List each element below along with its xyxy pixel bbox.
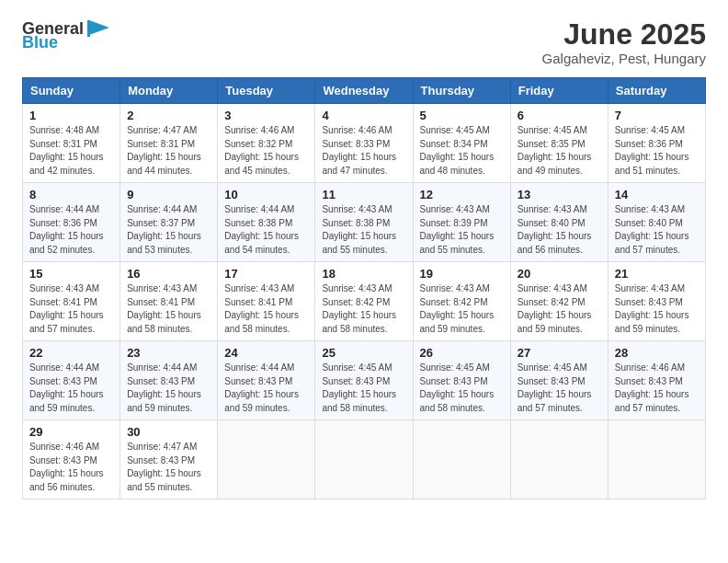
day-number: 15 xyxy=(29,267,113,281)
day-info: Sunrise: 4:46 AM Sunset: 8:33 PM Dayligh… xyxy=(322,124,405,178)
day-info: Sunrise: 4:45 AM Sunset: 8:43 PM Dayligh… xyxy=(518,362,601,415)
day-number: 21 xyxy=(615,267,699,281)
day-number: 22 xyxy=(29,346,113,360)
day-info: Sunrise: 4:44 AM Sunset: 8:38 PM Dayligh… xyxy=(224,203,308,257)
day-number: 14 xyxy=(615,188,699,201)
day-number: 18 xyxy=(322,267,405,281)
day-number: 17 xyxy=(224,267,308,281)
calendar-cell: 30Sunrise: 4:47 AM Sunset: 8:43 PM Dayli… xyxy=(120,420,218,500)
calendar-week-row: 22Sunrise: 4:44 AM Sunset: 8:43 PM Dayli… xyxy=(23,341,706,420)
calendar-header-row: SundayMondayTuesdayWednesdayThursdayFrid… xyxy=(23,78,706,104)
day-number: 11 xyxy=(322,188,405,201)
day-number: 25 xyxy=(322,346,405,360)
day-info: Sunrise: 4:44 AM Sunset: 8:43 PM Dayligh… xyxy=(127,362,210,415)
day-info: Sunrise: 4:47 AM Sunset: 8:31 PM Dayligh… xyxy=(127,124,210,178)
calendar-cell: 29Sunrise: 4:46 AM Sunset: 8:43 PM Dayli… xyxy=(23,420,120,500)
title-area: June 2025 Galgaheviz, Pest, Hungary xyxy=(542,18,706,66)
logo-flag-icon xyxy=(85,18,111,39)
day-number: 7 xyxy=(615,109,699,122)
header-wednesday: Wednesday xyxy=(315,78,413,104)
day-info: Sunrise: 4:43 AM Sunset: 8:41 PM Dayligh… xyxy=(29,282,113,336)
day-info: Sunrise: 4:45 AM Sunset: 8:43 PM Dayligh… xyxy=(420,362,504,415)
day-number: 8 xyxy=(29,188,113,201)
header-sunday: Sunday xyxy=(23,78,120,104)
day-number: 23 xyxy=(127,346,210,360)
calendar-cell: 8Sunrise: 4:44 AM Sunset: 8:36 PM Daylig… xyxy=(23,183,120,262)
calendar-cell xyxy=(315,420,413,500)
header-friday: Friday xyxy=(510,78,608,104)
calendar-cell: 22Sunrise: 4:44 AM Sunset: 8:43 PM Dayli… xyxy=(23,341,120,420)
calendar-cell: 28Sunrise: 4:46 AM Sunset: 8:43 PM Dayli… xyxy=(608,341,705,420)
day-number: 29 xyxy=(29,425,113,439)
location-title: Galgaheviz, Pest, Hungary xyxy=(542,51,706,66)
header-saturday: Saturday xyxy=(608,78,705,104)
day-info: Sunrise: 4:44 AM Sunset: 8:43 PM Dayligh… xyxy=(224,362,308,415)
day-info: Sunrise: 4:46 AM Sunset: 8:43 PM Dayligh… xyxy=(615,362,699,415)
calendar-week-row: 29Sunrise: 4:46 AM Sunset: 8:43 PM Dayli… xyxy=(23,420,706,500)
calendar-cell: 2Sunrise: 4:47 AM Sunset: 8:31 PM Daylig… xyxy=(120,104,218,183)
calendar-week-row: 15Sunrise: 4:43 AM Sunset: 8:41 PM Dayli… xyxy=(23,262,706,341)
logo-blue: Blue xyxy=(22,33,58,52)
day-info: Sunrise: 4:43 AM Sunset: 8:38 PM Dayligh… xyxy=(322,203,405,257)
day-info: Sunrise: 4:44 AM Sunset: 8:37 PM Dayligh… xyxy=(127,203,210,257)
day-number: 5 xyxy=(420,109,504,122)
header-tuesday: Tuesday xyxy=(218,78,315,104)
calendar-cell xyxy=(413,420,510,500)
day-info: Sunrise: 4:43 AM Sunset: 8:43 PM Dayligh… xyxy=(615,282,699,336)
day-number: 28 xyxy=(615,346,699,360)
day-number: 1 xyxy=(29,109,113,122)
day-info: Sunrise: 4:44 AM Sunset: 8:36 PM Dayligh… xyxy=(29,203,113,257)
calendar-week-row: 1Sunrise: 4:48 AM Sunset: 8:31 PM Daylig… xyxy=(23,104,706,183)
header-monday: Monday xyxy=(120,78,218,104)
day-info: Sunrise: 4:47 AM Sunset: 8:43 PM Dayligh… xyxy=(127,441,210,494)
day-number: 2 xyxy=(127,109,210,122)
calendar-cell xyxy=(218,420,315,500)
day-number: 27 xyxy=(518,346,601,360)
day-number: 13 xyxy=(518,188,601,201)
day-number: 30 xyxy=(127,425,210,439)
calendar-cell: 10Sunrise: 4:44 AM Sunset: 8:38 PM Dayli… xyxy=(218,183,315,262)
day-number: 24 xyxy=(224,346,308,360)
calendar-cell: 12Sunrise: 4:43 AM Sunset: 8:39 PM Dayli… xyxy=(413,183,510,262)
day-info: Sunrise: 4:43 AM Sunset: 8:40 PM Dayligh… xyxy=(518,203,601,257)
day-info: Sunrise: 4:44 AM Sunset: 8:43 PM Dayligh… xyxy=(29,362,113,415)
day-info: Sunrise: 4:46 AM Sunset: 8:32 PM Dayligh… xyxy=(224,124,308,178)
calendar-cell: 3Sunrise: 4:46 AM Sunset: 8:32 PM Daylig… xyxy=(218,104,315,183)
calendar-cell: 5Sunrise: 4:45 AM Sunset: 8:34 PM Daylig… xyxy=(413,104,510,183)
calendar-cell: 18Sunrise: 4:43 AM Sunset: 8:42 PM Dayli… xyxy=(315,262,413,341)
day-info: Sunrise: 4:45 AM Sunset: 8:34 PM Dayligh… xyxy=(420,124,504,178)
calendar-cell: 23Sunrise: 4:44 AM Sunset: 8:43 PM Dayli… xyxy=(120,341,218,420)
day-number: 9 xyxy=(127,188,210,201)
calendar-cell: 27Sunrise: 4:45 AM Sunset: 8:43 PM Dayli… xyxy=(510,341,608,420)
month-title: June 2025 xyxy=(542,18,706,51)
day-number: 20 xyxy=(518,267,601,281)
calendar-cell: 16Sunrise: 4:43 AM Sunset: 8:41 PM Dayli… xyxy=(120,262,218,341)
header: General Blue June 2025 Galgaheviz, Pest,… xyxy=(22,18,706,66)
day-info: Sunrise: 4:48 AM Sunset: 8:31 PM Dayligh… xyxy=(29,124,113,178)
day-info: Sunrise: 4:45 AM Sunset: 8:36 PM Dayligh… xyxy=(615,124,699,178)
day-number: 19 xyxy=(420,267,504,281)
day-info: Sunrise: 4:43 AM Sunset: 8:42 PM Dayligh… xyxy=(518,282,601,336)
day-number: 6 xyxy=(518,109,601,122)
calendar-cell: 11Sunrise: 4:43 AM Sunset: 8:38 PM Dayli… xyxy=(315,183,413,262)
calendar-cell xyxy=(608,420,705,500)
day-info: Sunrise: 4:43 AM Sunset: 8:42 PM Dayligh… xyxy=(420,282,504,336)
logo: General Blue xyxy=(22,18,111,52)
calendar-cell: 6Sunrise: 4:45 AM Sunset: 8:35 PM Daylig… xyxy=(510,104,608,183)
calendar-cell: 20Sunrise: 4:43 AM Sunset: 8:42 PM Dayli… xyxy=(510,262,608,341)
day-number: 4 xyxy=(322,109,405,122)
calendar-cell: 9Sunrise: 4:44 AM Sunset: 8:37 PM Daylig… xyxy=(120,183,218,262)
svg-marker-0 xyxy=(89,20,109,35)
calendar-cell: 15Sunrise: 4:43 AM Sunset: 8:41 PM Dayli… xyxy=(23,262,120,341)
header-thursday: Thursday xyxy=(413,78,510,104)
day-number: 26 xyxy=(420,346,504,360)
day-info: Sunrise: 4:45 AM Sunset: 8:43 PM Dayligh… xyxy=(322,362,405,415)
day-info: Sunrise: 4:43 AM Sunset: 8:39 PM Dayligh… xyxy=(420,203,504,257)
day-number: 3 xyxy=(224,109,308,122)
calendar-cell: 7Sunrise: 4:45 AM Sunset: 8:36 PM Daylig… xyxy=(608,104,705,183)
calendar-week-row: 8Sunrise: 4:44 AM Sunset: 8:36 PM Daylig… xyxy=(23,183,706,262)
day-number: 12 xyxy=(420,188,504,201)
calendar-cell: 4Sunrise: 4:46 AM Sunset: 8:33 PM Daylig… xyxy=(315,104,413,183)
day-number: 16 xyxy=(127,267,210,281)
day-info: Sunrise: 4:43 AM Sunset: 8:42 PM Dayligh… xyxy=(322,282,405,336)
